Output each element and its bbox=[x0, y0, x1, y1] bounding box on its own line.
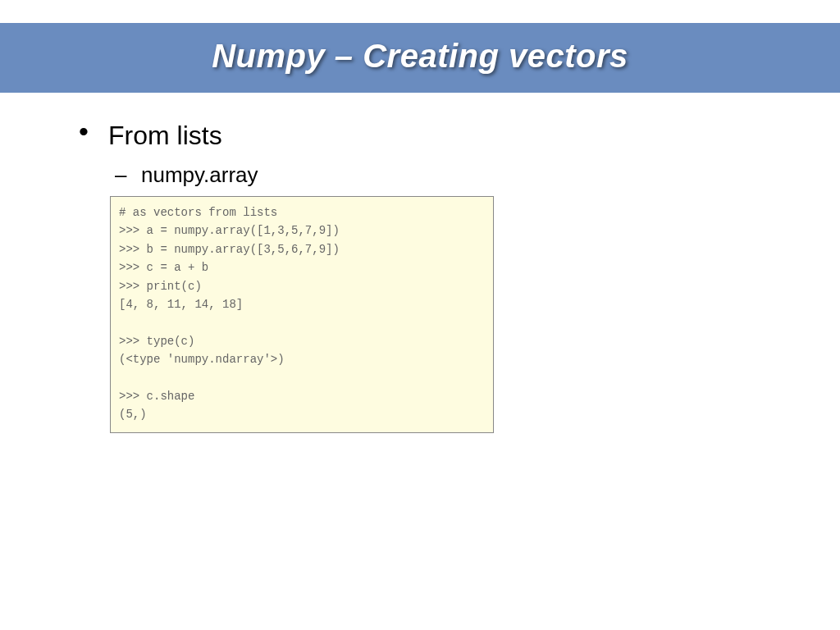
slide-content: From lists numpy.array # as vectors from… bbox=[0, 93, 840, 433]
slide-title-band: Numpy – Creating vectors bbox=[0, 23, 840, 93]
slide-title: Numpy – Creating vectors bbox=[0, 38, 840, 75]
sub-bullet-numpy-array: numpy.array bbox=[115, 162, 771, 188]
bullet-list: From lists numpy.array # as vectors from… bbox=[79, 121, 771, 433]
bullet-from-lists: From lists numpy.array # as vectors from… bbox=[79, 121, 771, 433]
sub-bullet-text: numpy.array bbox=[141, 162, 258, 187]
sub-bullet-list: numpy.array bbox=[115, 162, 771, 188]
code-block: # as vectors from lists >>> a = numpy.ar… bbox=[110, 196, 494, 433]
bullet-text: From lists bbox=[108, 121, 222, 150]
